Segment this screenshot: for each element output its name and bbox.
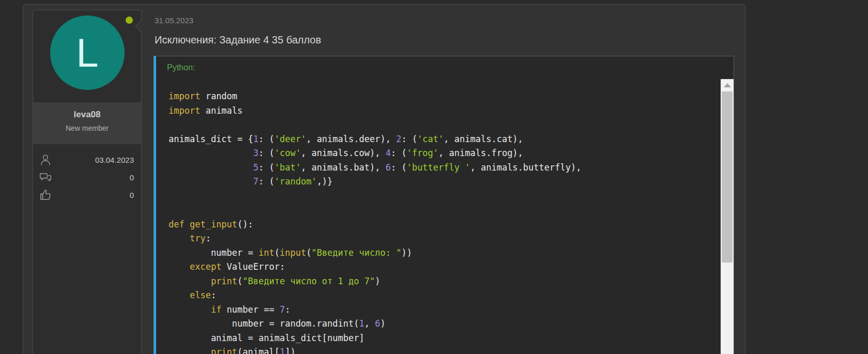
user-name-block: leva08 New member xyxy=(33,102,141,144)
code-line: number = int(input("Введите число: ")) xyxy=(169,246,715,260)
code-language-label: Python: xyxy=(156,56,734,72)
stat-row-messages: 0 xyxy=(33,168,141,186)
online-status-icon xyxy=(126,17,133,24)
code-line: 3: ('cow', animals.cow), 4: ('frog', ani… xyxy=(169,146,715,161)
post-date: 31.05.2023 xyxy=(155,16,193,25)
code-content: import randomimport animals animals_dict… xyxy=(156,79,721,354)
user-stats: 03.04.2023 0 0 xyxy=(33,151,141,204)
user-info-panel: L leva08 New member 03.04.2023 0 xyxy=(33,10,142,354)
code-line: def get_input(): xyxy=(169,218,715,232)
code-line: if number == 7: xyxy=(169,303,715,317)
post-title: Исключения: Задание 4 35 баллов xyxy=(155,34,321,46)
code-line: print(animal[1]) xyxy=(169,345,715,354)
user-role-label: New member xyxy=(33,124,141,132)
code-line xyxy=(169,118,715,132)
reaction-score-value: 0 xyxy=(52,191,134,199)
code-line: 5: ('bat', animals.bat), 6: ('butterfly … xyxy=(169,161,715,175)
code-block: Python: import randomimport animals anim… xyxy=(154,56,734,354)
code-line: try: xyxy=(169,232,715,246)
code-line xyxy=(169,203,715,218)
scrollbar-up-arrow[interactable] xyxy=(721,79,734,91)
avatar[interactable]: L xyxy=(50,16,125,90)
code-line: else: xyxy=(169,288,715,303)
code-line: print("Введите число от 1 до 7") xyxy=(169,274,715,289)
code-line: import animals xyxy=(169,104,715,118)
message-count-value: 0 xyxy=(52,173,134,182)
code-line xyxy=(169,189,715,204)
code-line: animals_dict = {1: ('deer', animals.deer… xyxy=(169,132,715,147)
join-date-value: 03.04.2023 xyxy=(52,156,134,164)
code-line: animal = animals_dict[number] xyxy=(169,331,715,346)
reaction-score-icon xyxy=(39,188,52,202)
code-line: except ValueError: xyxy=(169,260,715,274)
code-line: import random xyxy=(169,89,715,104)
stat-row-reactions: 0 xyxy=(33,186,141,204)
stat-row-join-date: 03.04.2023 xyxy=(33,151,141,168)
code-scrollbar[interactable] xyxy=(721,79,734,354)
code-line: number = random.randint(1, 6) xyxy=(169,317,715,331)
code-line: 7: ('random',)} xyxy=(169,175,715,189)
username-link[interactable]: leva08 xyxy=(33,110,141,120)
up-arrow-icon xyxy=(724,83,731,87)
message-count-icon xyxy=(39,171,52,184)
user-join-date-icon xyxy=(39,153,52,166)
forum-post-card: L leva08 New member 03.04.2023 0 xyxy=(23,4,745,354)
scrollbar-thumb[interactable] xyxy=(722,91,733,263)
